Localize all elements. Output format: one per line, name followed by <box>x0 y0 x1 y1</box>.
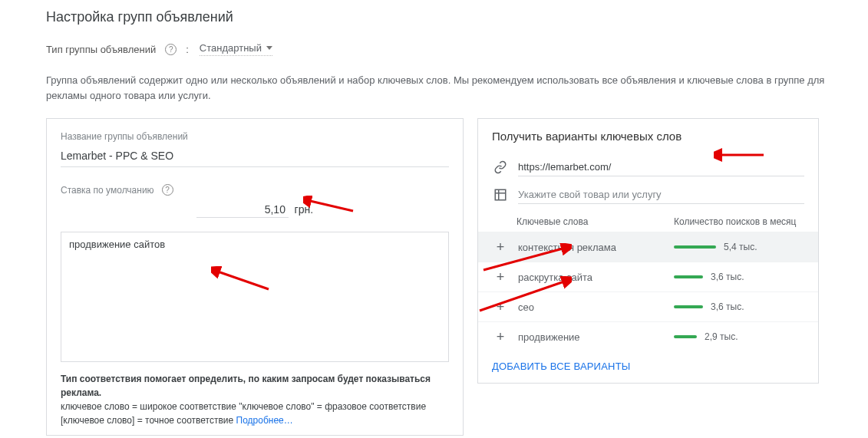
currency-label: грн. <box>295 203 314 216</box>
url-input[interactable] <box>518 158 804 176</box>
group-name-input[interactable] <box>61 147 449 167</box>
volume-number: 2,9 тыс. <box>705 331 738 342</box>
suggestion-keyword: продвижение <box>518 331 665 343</box>
keyword-suggestions-card: Получить варианты ключевых слов Ключевые… <box>477 118 819 384</box>
keywords-textarea[interactable] <box>61 232 449 362</box>
volume-bar <box>674 335 697 338</box>
product-input[interactable] <box>518 186 804 204</box>
suggestions-list: +контекстная реклама5,4 тыс.+раскрутка с… <box>478 232 818 351</box>
volume-number: 3,6 тыс. <box>711 301 744 312</box>
colon: : <box>186 44 189 55</box>
col-header-keywords: Ключевые слова <box>517 216 674 227</box>
suggestions-title: Получить варианты ключевых слов <box>478 130 818 143</box>
default-bid-input[interactable] <box>196 202 289 218</box>
plus-icon[interactable]: + <box>492 330 509 344</box>
suggestion-keyword: раскрутка сайта <box>518 272 665 283</box>
default-bid-label: Ставка по умолчанию <box>61 185 154 196</box>
learn-more-link[interactable]: Подробнее… <box>236 415 293 426</box>
suggestion-volume: 3,6 тыс. <box>674 301 804 312</box>
chevron-down-icon <box>266 46 272 50</box>
suggestion-volume: 3,6 тыс. <box>674 272 804 282</box>
adgroup-type-select[interactable]: Стандартный <box>200 42 272 56</box>
svg-rect-0 <box>495 189 506 200</box>
add-all-button[interactable]: ДОБАВИТЬ ВСЕ ВАРИАНТЫ <box>478 351 818 374</box>
suggestion-row[interactable]: +продвижение2,9 тыс. <box>478 321 818 351</box>
suggestion-row[interactable]: +раскрутка сайта3,6 тыс. <box>478 262 818 291</box>
help-icon[interactable]: ? <box>162 184 173 196</box>
volume-bar <box>674 245 716 249</box>
match-hint: Тип соответствия помогает определить, по… <box>61 372 449 427</box>
plus-icon[interactable]: + <box>492 270 509 284</box>
col-header-volume: Количество поисков в месяц <box>674 216 804 227</box>
suggestion-keyword: сео <box>518 301 665 313</box>
help-icon[interactable]: ? <box>165 44 177 55</box>
group-name-label: Название группы объявлений <box>61 131 449 142</box>
suggestion-volume: 2,9 тыс. <box>674 331 804 342</box>
volume-number: 5,4 тыс. <box>724 242 757 252</box>
plus-icon[interactable]: + <box>492 300 509 314</box>
description-text: Группа объявлений содержит одно или неск… <box>46 73 829 103</box>
volume-number: 3,6 тыс. <box>711 272 744 282</box>
adgroup-settings-card: Название группы объявлений Ставка по умо… <box>46 118 464 436</box>
grid-icon <box>492 188 509 202</box>
page-title: Настройка групп объявлений <box>46 9 868 25</box>
suggestion-row[interactable]: +сео3,6 тыс. <box>478 291 818 321</box>
volume-bar <box>674 275 703 278</box>
plus-icon[interactable]: + <box>492 240 509 254</box>
suggestion-row[interactable]: +контекстная реклама5,4 тыс. <box>478 232 818 262</box>
volume-bar <box>674 305 703 308</box>
match-hint-title: Тип соответствия помогает определить, по… <box>61 374 431 398</box>
adgroup-type-label: Тип группы объявлений <box>46 44 156 55</box>
adgroup-type-value: Стандартный <box>200 42 262 54</box>
link-icon <box>492 160 509 174</box>
suggestion-volume: 5,4 тыс. <box>674 242 804 252</box>
suggestion-keyword: контекстная реклама <box>518 242 665 253</box>
